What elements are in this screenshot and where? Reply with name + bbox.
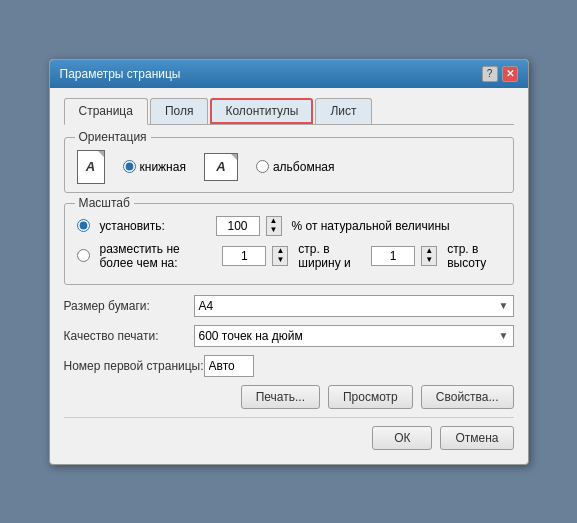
- dialog-body: Страница Поля Колонтитулы Лист Ориентаци…: [50, 88, 528, 464]
- scale-unit: % от натуральной величины: [292, 219, 450, 233]
- paper-size-label: Размер бумаги:: [64, 299, 194, 313]
- fit-height-spinner[interactable]: ▲ ▼: [421, 246, 437, 266]
- portrait-option[interactable]: книжная: [123, 160, 186, 174]
- fit-height-down-btn[interactable]: ▼: [422, 256, 436, 265]
- page-setup-dialog: Параметры страницы ? ✕ Страница Поля Кол…: [49, 59, 529, 465]
- tab-bar: Страница Поля Колонтитулы Лист: [64, 98, 514, 125]
- fit-height-input[interactable]: [371, 246, 415, 266]
- fit-scale-label: разместить не более чем на:: [100, 242, 217, 270]
- ok-button[interactable]: ОК: [372, 426, 432, 450]
- fit-scale-row: разместить не более чем на: ▲ ▼ стр. в ш…: [77, 242, 501, 270]
- paper-size-value: A4: [199, 299, 214, 313]
- fit-width-down-btn[interactable]: ▼: [273, 256, 287, 265]
- print-quality-label: Качество печати:: [64, 329, 194, 343]
- landscape-radio[interactable]: [256, 160, 269, 173]
- set-scale-label: установить:: [100, 219, 210, 233]
- tab-polya[interactable]: Поля: [150, 98, 209, 124]
- scale-spinner[interactable]: ▲ ▼: [266, 216, 282, 236]
- print-quality-row: Качество печати: 600 точек на дюйм ▼: [64, 325, 514, 347]
- portrait-radio[interactable]: [123, 160, 136, 173]
- scale-group-label: Масштаб: [75, 196, 134, 210]
- landscape-option[interactable]: альбомная: [256, 160, 335, 174]
- bottom-buttons: ОК Отмена: [64, 417, 514, 450]
- close-button[interactable]: ✕: [502, 66, 518, 82]
- orientation-group: Ориентация A книжная A альбо: [64, 137, 514, 193]
- title-bar-controls: ? ✕: [482, 66, 518, 82]
- fit-width-input[interactable]: [222, 246, 266, 266]
- fit-width-unit: стр. в ширину и: [298, 242, 361, 270]
- first-page-label: Номер первой страницы:: [64, 359, 204, 373]
- properties-button[interactable]: Свойства...: [421, 385, 514, 409]
- set-scale-radio[interactable]: [77, 219, 90, 232]
- fit-height-unit: стр. в высоту: [447, 242, 500, 270]
- print-quality-dropdown[interactable]: 600 точек на дюйм ▼: [194, 325, 514, 347]
- print-button[interactable]: Печать...: [241, 385, 320, 409]
- print-quality-value: 600 точек на дюйм: [199, 329, 303, 343]
- tab-list[interactable]: Лист: [315, 98, 371, 124]
- scale-value-input[interactable]: 100: [216, 216, 260, 236]
- print-quality-arrow: ▼: [499, 330, 509, 341]
- scale-down-btn[interactable]: ▼: [267, 226, 281, 235]
- portrait-icon: A: [77, 150, 105, 184]
- landscape-icon: A: [204, 153, 238, 181]
- first-page-input[interactable]: Авто: [204, 355, 254, 377]
- first-page-row: Номер первой страницы: Авто: [64, 355, 514, 377]
- fit-width-spinner[interactable]: ▲ ▼: [272, 246, 288, 266]
- scale-group: Масштаб установить: 100 ▲ ▼ % от натурал…: [64, 203, 514, 285]
- preview-button[interactable]: Просмотр: [328, 385, 413, 409]
- paper-size-dropdown[interactable]: A4 ▼: [194, 295, 514, 317]
- fit-scale-radio[interactable]: [77, 249, 90, 262]
- paper-size-row: Размер бумаги: A4 ▼: [64, 295, 514, 317]
- paper-size-arrow: ▼: [499, 300, 509, 311]
- title-bar: Параметры страницы ? ✕: [50, 60, 528, 88]
- tab-kolontituly[interactable]: Колонтитулы: [210, 98, 313, 124]
- dialog-title: Параметры страницы: [60, 67, 181, 81]
- set-scale-row: установить: 100 ▲ ▼ % от натуральной вел…: [77, 216, 501, 236]
- orientation-row: A книжная A альбомная: [77, 150, 501, 184]
- cancel-button[interactable]: Отмена: [440, 426, 513, 450]
- orientation-group-label: Ориентация: [75, 130, 151, 144]
- action-buttons: Печать... Просмотр Свойства...: [64, 385, 514, 409]
- help-button[interactable]: ?: [482, 66, 498, 82]
- tab-stranica[interactable]: Страница: [64, 98, 148, 125]
